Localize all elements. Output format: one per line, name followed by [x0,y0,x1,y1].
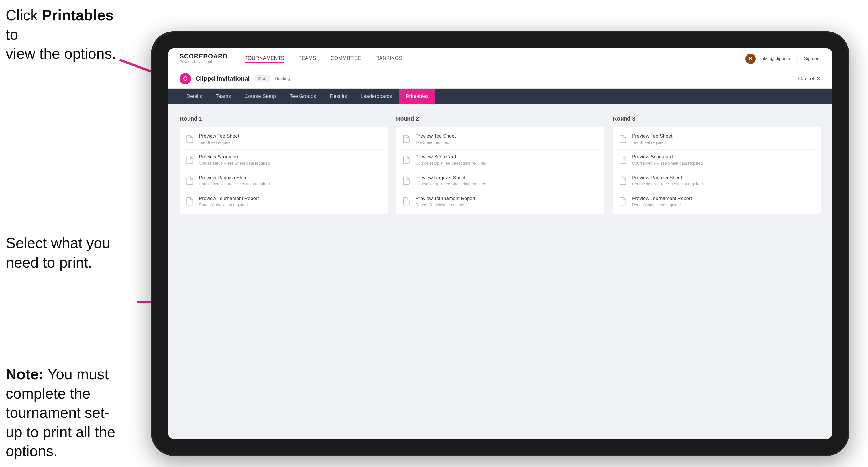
round1-raguzzi-title: Preview Raguzzi Sheet [199,175,270,181]
tournament-left: C Clippd Invitational Men Hosting [180,73,290,84]
round-2-section: Round 2 Preview Tee Sheet Tee Sheet requ… [396,115,604,214]
document-icon [185,134,194,144]
round-1-card: Preview Tee Sheet Tee Sheet required Pre… [180,126,388,214]
annotation-top: Click Printables toview the options. [6,6,120,64]
main-content: Round 1 Preview Tee Sheet Tee Sheet requ… [168,104,832,439]
round-3-label: Round 3 [613,115,821,122]
top-nav: SCOREBOARD Powered by clippd TOURNAMENTS… [168,49,832,69]
tournament-header: C Clippd Invitational Men Hosting Cancel… [168,69,832,89]
nav-link-tournaments[interactable]: TOURNAMENTS [245,54,284,63]
round3-report-title: Preview Tournament Report [632,196,692,201]
round2-raguzzi-sub: Course setup + Tee Sheet data required [415,182,486,186]
round3-scorecard-sub: Course setup + Tee Sheet data required [632,161,703,165]
annotation-middle: Select what you need to print. [6,234,114,272]
document-icon [185,176,194,186]
tournament-logo: C [180,73,191,84]
user-email: blair@clippd.io [762,56,792,61]
nav-link-rankings[interactable]: RANKINGS [376,54,402,63]
round-3-section: Round 3 Preview Tee Sheet Tee Sheet requ… [613,115,821,214]
separator: | [797,56,798,61]
round2-raguzzi-title: Preview Raguzzi Sheet [415,175,486,181]
round3-raguzzi-sub: Course setup + Tee Sheet data required [632,182,703,186]
round3-scorecard-title: Preview Scorecard [632,154,703,160]
rounds-grid: Round 1 Preview Tee Sheet Tee Sheet requ… [180,115,821,214]
round3-raguzzi[interactable]: Preview Raguzzi Sheet Course setup + Tee… [618,170,815,191]
round1-tee-sheet[interactable]: Preview Tee Sheet Tee Sheet required [185,133,382,150]
document-icon [402,134,411,144]
document-icon [185,196,194,207]
top-nav-links: TOURNAMENTS TEAMS COMMITTEE RANKINGS [245,54,728,63]
tablet-screen: SCOREBOARD Powered by clippd TOURNAMENTS… [168,49,832,439]
round2-report-title: Preview Tournament Report [415,196,475,201]
document-icon [618,176,627,186]
round1-tee-sheet-sub: Tee Sheet required [199,140,239,145]
round3-scorecard[interactable]: Preview Scorecard Course setup + Tee She… [618,150,815,170]
round2-tee-sheet-sub: Tee Sheet required [415,140,456,145]
round3-report-sub: Round Completion required [632,203,692,207]
nav-link-teams[interactable]: TEAMS [299,54,316,63]
round1-report-sub: Round Completion required [199,203,259,207]
top-nav-right: B blair@clippd.io | Sign out [745,54,821,64]
document-icon [402,155,411,165]
round3-tee-sheet-sub: Tee Sheet required [632,140,672,145]
document-icon [618,134,627,144]
annotation-bottom: Note: You must complete the tournament s… [6,365,125,461]
round2-tee-sheet-title: Preview Tee Sheet [415,133,456,139]
round1-scorecard-title: Preview Scorecard [199,154,270,160]
round1-scorecard-sub: Course setup + Tee Sheet data required [199,161,270,165]
round-1-section: Round 1 Preview Tee Sheet Tee Sheet requ… [180,115,388,214]
sign-out-link[interactable]: Sign out [804,56,821,61]
tab-details[interactable]: Details [180,89,209,104]
user-avatar: B [745,54,756,64]
document-icon [185,155,194,165]
round-1-label: Round 1 [180,115,388,122]
nav-link-committee[interactable]: COMMITTEE [331,54,361,63]
round3-raguzzi-title: Preview Raguzzi Sheet [632,175,703,181]
document-icon [618,155,627,165]
round2-scorecard-title: Preview Scorecard [415,154,486,160]
round2-raguzzi[interactable]: Preview Raguzzi Sheet Course setup + Tee… [402,170,598,191]
tab-tee-groups[interactable]: Tee Groups [283,89,323,104]
document-icon [402,196,411,207]
round1-scorecard[interactable]: Preview Scorecard Course setup + Tee She… [185,150,382,170]
round3-tee-sheet-title: Preview Tee Sheet [632,133,672,139]
annotation-bold-printables: Printables [42,7,114,23]
round-3-card: Preview Tee Sheet Tee Sheet required Pre… [613,126,821,214]
round1-raguzzi[interactable]: Preview Raguzzi Sheet Course setup + Tee… [185,170,382,191]
cancel-icon: ✕ [816,75,821,82]
cancel-button[interactable]: Cancel ✕ [798,75,821,82]
document-icon [402,176,411,186]
round2-tournament-report[interactable]: Preview Tournament Report Round Completi… [402,191,598,207]
round2-scorecard-sub: Course setup + Tee Sheet data required [415,161,486,165]
round-2-card: Preview Tee Sheet Tee Sheet required Pre… [396,126,604,214]
round2-scorecard[interactable]: Preview Scorecard Course setup + Tee She… [402,150,598,170]
round2-tee-sheet[interactable]: Preview Tee Sheet Tee Sheet required [402,133,598,150]
tab-printables[interactable]: Printables [399,89,435,104]
round1-tournament-report[interactable]: Preview Tournament Report Round Completi… [185,191,382,207]
tab-results[interactable]: Results [323,89,354,104]
round1-tee-sheet-title: Preview Tee Sheet [199,133,239,139]
round-2-label: Round 2 [396,115,604,122]
tablet-frame: SCOREBOARD Powered by clippd TOURNAMENTS… [151,31,849,456]
round3-tee-sheet[interactable]: Preview Tee Sheet Tee Sheet required [618,133,815,150]
tab-teams[interactable]: Teams [209,89,238,104]
document-icon [618,196,627,207]
tournament-name: Clippd Invitational [195,75,250,82]
annotation-note-bold: Note: [6,366,43,382]
scoreboard-logo: SCOREBOARD Powered by clippd [180,53,228,64]
tab-course-setup[interactable]: Course Setup [238,89,283,104]
tab-leaderboards[interactable]: Leaderboards [354,89,399,104]
tournament-status: Hosting [275,76,290,81]
logo-sub: Powered by clippd [180,60,228,64]
logo-title: SCOREBOARD [180,53,228,60]
round2-report-sub: Round Completion required [415,203,475,207]
round1-raguzzi-sub: Course setup + Tee Sheet data required [199,182,270,186]
round1-report-title: Preview Tournament Report [199,196,259,201]
sub-nav: Details Teams Course Setup Tee Groups Re… [168,89,832,104]
round3-tournament-report[interactable]: Preview Tournament Report Round Completi… [618,191,815,207]
tournament-tag: Men [254,75,270,82]
